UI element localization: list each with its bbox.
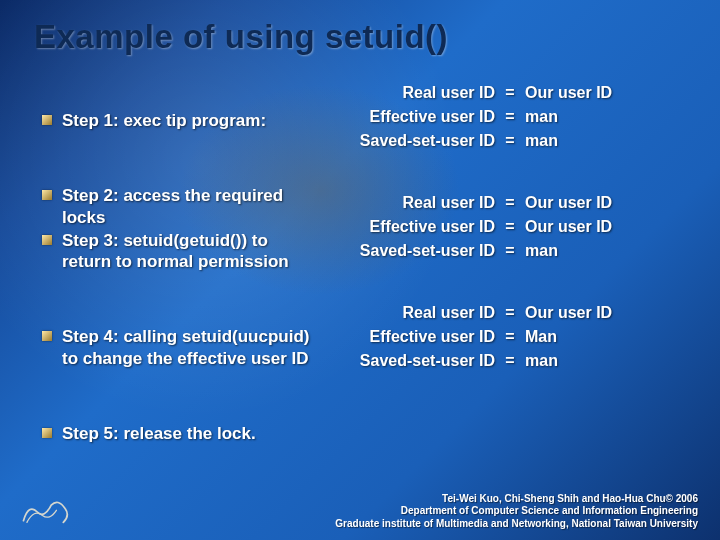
equals-sign: = <box>495 242 525 260</box>
steps-column: Step 1: exec tip program: Step 2: access… <box>42 84 317 444</box>
equals-sign: = <box>495 328 525 346</box>
step-label: Step 2: access the required locks <box>62 185 317 228</box>
equals-sign: = <box>495 352 525 370</box>
row-value: man <box>525 108 558 126</box>
row-label: Effective user ID <box>335 218 495 236</box>
bullet-icon <box>42 428 52 438</box>
equals-sign: = <box>495 132 525 150</box>
step-label: Step 1: exec tip program: <box>62 110 266 131</box>
row-value: Our user ID <box>525 194 612 212</box>
equals-sign: = <box>495 84 525 102</box>
row-value: Our user ID <box>525 218 612 236</box>
table-row: Effective user ID = Our user ID <box>335 218 686 236</box>
id-table: Real user ID = Our user ID Effective use… <box>335 84 686 150</box>
equals-sign: = <box>495 304 525 322</box>
equals-sign: = <box>495 218 525 236</box>
step-item: Step 1: exec tip program: <box>42 110 317 131</box>
row-value: man <box>525 132 558 150</box>
equals-sign: = <box>495 108 525 126</box>
table-row: Effective user ID = Man <box>335 328 686 346</box>
bullet-icon <box>42 190 52 200</box>
page-title: Example of using setuid() <box>34 18 686 56</box>
step-item: Step 4: calling setuid(uucpuid) to chang… <box>42 326 317 369</box>
step-group-2-3: Step 2: access the required locks Step 3… <box>42 185 317 272</box>
slide: Example of using setuid() Step 1: exec t… <box>0 0 720 444</box>
equals-sign: = <box>495 194 525 212</box>
table-row: Effective user ID = man <box>335 108 686 126</box>
table-row: Real user ID = Our user ID <box>335 84 686 102</box>
row-label: Saved-set-user ID <box>335 242 495 260</box>
values-column: Real user ID = Our user ID Effective use… <box>335 84 686 444</box>
step-label: Step 4: calling setuid(uucpuid) to chang… <box>62 326 317 369</box>
step-label: Step 5: release the lock. <box>62 423 256 444</box>
table-row: Real user ID = Our user ID <box>335 304 686 322</box>
row-label: Effective user ID <box>335 108 495 126</box>
step-item: Step 2: access the required locks <box>42 185 317 228</box>
row-value: man <box>525 242 558 260</box>
table-row: Saved-set-user ID = man <box>335 352 686 370</box>
content-area: Step 1: exec tip program: Step 2: access… <box>34 84 686 444</box>
footer-line: Graduate institute of Multimedia and Net… <box>0 518 698 531</box>
bullet-icon <box>42 115 52 125</box>
footer-credits: Tei-Wei Kuo, Chi-Sheng Shih and Hao-Hua … <box>0 493 698 531</box>
table-row: Saved-set-user ID = man <box>335 242 686 260</box>
footer-line: Department of Computer Science and Infor… <box>0 505 698 518</box>
bullet-icon <box>42 331 52 341</box>
row-label: Real user ID <box>335 194 495 212</box>
row-value: Man <box>525 328 557 346</box>
id-table: Real user ID = Our user ID Effective use… <box>335 304 686 370</box>
step-item: Step 5: release the lock. <box>42 423 317 444</box>
row-value: Our user ID <box>525 304 612 322</box>
row-label: Effective user ID <box>335 328 495 346</box>
step-label: Step 3: setuid(getuid()) to return to no… <box>62 230 317 273</box>
row-value: Our user ID <box>525 84 612 102</box>
table-row: Real user ID = Our user ID <box>335 194 686 212</box>
row-label: Saved-set-user ID <box>335 132 495 150</box>
step-item: Step 3: setuid(getuid()) to return to no… <box>42 230 317 273</box>
row-label: Saved-set-user ID <box>335 352 495 370</box>
id-table: Real user ID = Our user ID Effective use… <box>335 194 686 260</box>
bullet-icon <box>42 235 52 245</box>
table-row: Saved-set-user ID = man <box>335 132 686 150</box>
footer-line: Tei-Wei Kuo, Chi-Sheng Shih and Hao-Hua … <box>0 493 698 506</box>
row-label: Real user ID <box>335 84 495 102</box>
row-value: man <box>525 352 558 370</box>
row-label: Real user ID <box>335 304 495 322</box>
